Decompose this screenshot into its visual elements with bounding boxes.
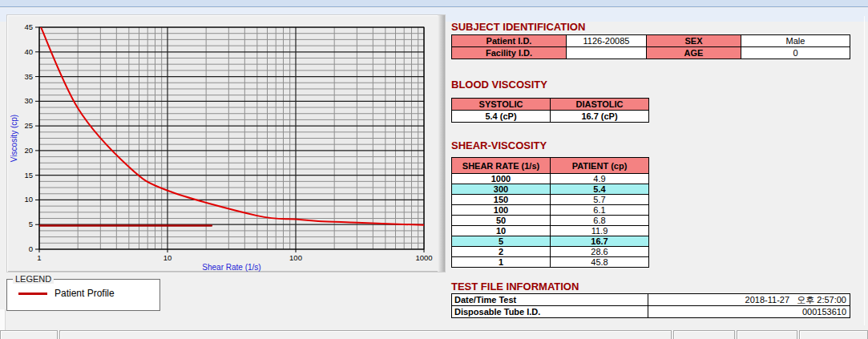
age-label: AGE <box>647 47 741 59</box>
table-row: SYSTOLIC DIASTOLIC <box>452 99 649 111</box>
shear-rate-cell: 300 <box>452 184 551 195</box>
shear-viscosity-chart-panel: 0510152025303540451101001000Shear Rate (… <box>6 14 446 272</box>
patient-value-cell: 5.7 <box>551 195 649 205</box>
disposable-tube-id-label: Disposable Tube I.D. <box>452 306 648 318</box>
shear-rate-cell: 100 <box>452 205 551 216</box>
window-top-band <box>0 0 868 7</box>
shear-rate-cell: 2 <box>452 247 551 257</box>
diastolic-value: 16.7 (cP) <box>551 111 649 123</box>
shear-rate-header: SHEAR RATE (1/s) <box>452 158 551 174</box>
facility-id-value <box>567 47 647 59</box>
subject-identification-table: Patient I.D. 1126-20085 SEX Male Facilit… <box>451 34 850 59</box>
svg-text:45: 45 <box>24 22 33 31</box>
table-row: 5 16.7 <box>452 236 649 247</box>
test-file-information-title: TEST FILE INFORMATION <box>451 281 579 292</box>
svg-text:5: 5 <box>29 220 33 228</box>
svg-text:35: 35 <box>24 72 33 81</box>
left-panel-edge <box>0 309 6 330</box>
svg-text:Shear Rate (1/s): Shear Rate (1/s) <box>202 263 260 272</box>
svg-text:10: 10 <box>164 253 172 262</box>
blood-viscosity-title: BLOOD VISCOSITY <box>451 79 547 90</box>
shear-viscosity-chart: 0510152025303540451101001000Shear Rate (… <box>7 15 446 273</box>
svg-text:10: 10 <box>24 195 33 204</box>
sex-value: Male <box>741 35 850 47</box>
svg-text:100: 100 <box>289 253 302 262</box>
patient-value-cell: 28.6 <box>551 247 649 257</box>
table-row: Disposable Tube I.D. 000153610 <box>452 306 850 318</box>
patient-value-cell: 16.7 <box>551 236 649 247</box>
date-time-test-value: 2018-11-27 오후 2:57:00 <box>648 294 850 306</box>
legend-box: LEGEND Patient Profile <box>6 279 160 311</box>
shear-rate-cell: 50 <box>452 216 551 226</box>
patient-value-cell: 45.8 <box>551 257 649 268</box>
patient-cp-header: PATIENT (cp) <box>551 158 649 174</box>
svg-text:25: 25 <box>24 121 33 130</box>
table-row: Facility I.D. AGE 0 <box>452 47 850 59</box>
table-row: 2 28.6 <box>452 247 649 257</box>
svg-text:1000: 1000 <box>415 253 432 262</box>
table-row: 1 45.8 <box>452 257 649 268</box>
shear-rate-cell: 5 <box>452 236 551 247</box>
subject-identification-title: SUBJECT IDENTIFICATION <box>451 22 585 32</box>
legend-entry: Patient Profile <box>18 288 159 299</box>
legend-line-swatch <box>18 293 47 295</box>
table-row: 1000 4.9 <box>452 174 649 184</box>
sex-label: SEX <box>647 35 741 47</box>
table-row: 5.4 (cP) 16.7 (cP) <box>452 111 649 123</box>
shear-rate-cell: 1000 <box>452 174 551 184</box>
patient-value-cell: 5.4 <box>551 184 649 195</box>
svg-text:30: 30 <box>24 96 33 105</box>
table-row: 150 5.7 <box>452 195 649 205</box>
table-row: 100 6.1 <box>452 205 649 216</box>
test-file-information-table: Date/Time Test 2018-11-27 오후 2:57:00 Dis… <box>451 293 850 318</box>
legend-title: LEGEND <box>13 274 54 284</box>
table-row: 50 6.8 <box>452 216 649 226</box>
svg-text:1: 1 <box>37 253 41 262</box>
shear-viscosity-table: SHEAR RATE (1/s) PATIENT (cp) 1000 4.9 3… <box>451 157 649 268</box>
patient-value-cell: 4.9 <box>551 174 649 184</box>
table-row: Patient I.D. 1126-20085 SEX Male <box>452 35 850 47</box>
svg-text:Viscosity (cp): Viscosity (cp) <box>10 115 18 162</box>
patient-value-cell: 6.8 <box>551 216 649 226</box>
svg-text:20: 20 <box>24 146 33 155</box>
legend-entry-label: Patient Profile <box>55 288 115 299</box>
shear-rate-cell: 150 <box>452 195 551 205</box>
diastolic-header: DIASTOLIC <box>551 99 649 111</box>
table-row: 300 5.4 <box>452 184 649 195</box>
bottom-panel-segment <box>59 330 672 339</box>
age-value: 0 <box>741 47 850 59</box>
svg-text:0: 0 <box>29 244 33 253</box>
systolic-header: SYSTOLIC <box>452 99 551 111</box>
shear-rate-cell: 1 <box>452 257 551 268</box>
facility-id-label: Facility I.D. <box>452 47 567 59</box>
blood-viscosity-table: SYSTOLIC DIASTOLIC 5.4 (cP) 16.7 (cP) <box>451 98 649 123</box>
table-row: SHEAR RATE (1/s) PATIENT (cp) <box>452 158 649 174</box>
svg-text:40: 40 <box>24 47 33 56</box>
patient-id-value: 1126-20085 <box>567 35 647 47</box>
svg-text:15: 15 <box>24 171 33 180</box>
date-time-test-label: Date/Time Test <box>452 294 648 306</box>
bottom-button-partial[interactable] <box>737 330 797 339</box>
shear-rate-cell: 10 <box>452 226 551 236</box>
panel-bevel <box>438 15 445 272</box>
table-row: Date/Time Test 2018-11-27 오후 2:57:00 <box>452 294 850 306</box>
patient-id-label: Patient I.D. <box>452 35 567 47</box>
bottom-button-partial[interactable] <box>799 330 868 339</box>
table-row: 10 11.9 <box>452 226 649 236</box>
systolic-value: 5.4 (cP) <box>452 111 551 123</box>
bottom-button-partial[interactable] <box>673 330 735 339</box>
shear-viscosity-title: SHEAR-VISCOSITY <box>451 140 547 151</box>
patient-value-cell: 6.1 <box>551 205 649 216</box>
patient-value-cell: 11.9 <box>551 226 649 236</box>
bottom-panel-segment <box>0 330 58 339</box>
disposable-tube-id-value: 000153610 <box>648 306 850 318</box>
panel-border-line <box>864 16 865 325</box>
